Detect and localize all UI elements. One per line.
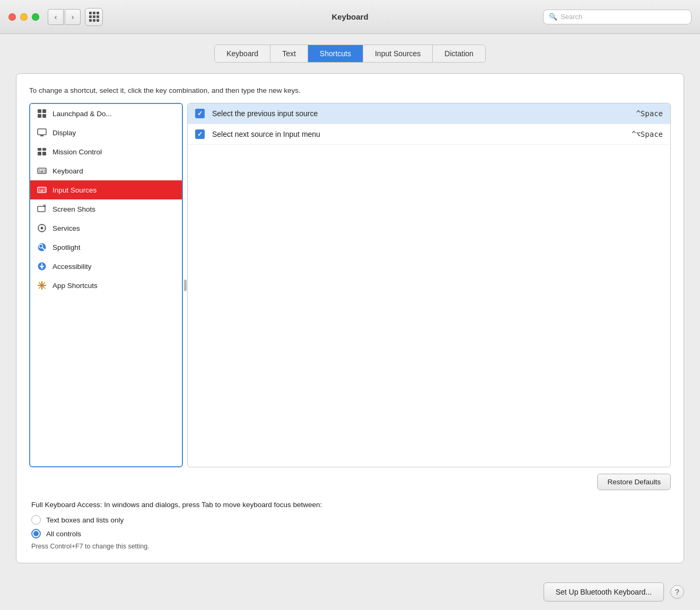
titlebar: ‹ › Keyboard 🔍 Search xyxy=(0,0,700,34)
app-shortcuts-icon xyxy=(37,280,47,291)
shortcut-keys-next-source: ^⌥Space xyxy=(632,130,663,138)
sidebar-scrollbar-thumb xyxy=(184,280,187,291)
nav-buttons: ‹ › xyxy=(48,9,81,25)
bottom-bar: Set Up Bluetooth Keyboard... ? xyxy=(0,574,700,610)
svg-rect-18 xyxy=(38,187,46,193)
svg-rect-13 xyxy=(42,170,43,171)
shortcut-checkbox-next-source[interactable]: ✓ xyxy=(195,129,205,139)
sidebar-scrollbar[interactable] xyxy=(183,103,187,467)
svg-rect-1 xyxy=(42,109,46,113)
svg-rect-17 xyxy=(45,171,46,172)
radio-text-boxes-label: Text boxes and lists only xyxy=(46,516,124,524)
back-icon: ‹ xyxy=(55,13,57,21)
tab-text[interactable]: Text xyxy=(270,45,308,62)
svg-rect-2 xyxy=(38,114,41,118)
sidebar-item-screen-shots-label: Screen Shots xyxy=(52,205,95,213)
svg-rect-11 xyxy=(39,170,40,171)
sidebar-item-spotlight-label: Spotlight xyxy=(52,243,81,251)
sidebar-item-keyboard-label: Keyboard xyxy=(52,167,83,175)
display-icon xyxy=(37,127,47,138)
shortcut-keys-prev-input: ^Space xyxy=(636,109,663,118)
keyboard-icon xyxy=(37,165,47,176)
search-placeholder: Search xyxy=(561,13,582,21)
sidebar-item-screen-shots[interactable]: Screen Shots xyxy=(30,199,182,219)
svg-rect-3 xyxy=(42,114,46,118)
close-button[interactable] xyxy=(8,13,16,21)
radio-text-boxes[interactable]: Text boxes and lists only xyxy=(31,515,669,525)
sidebar-item-display[interactable]: Display xyxy=(30,123,182,142)
restore-area: Restore Defaults xyxy=(29,474,671,490)
tabs: Keyboard Text Shortcuts Input Sources Di… xyxy=(214,45,486,63)
shortcut-checkbox-prev-input[interactable]: ✓ xyxy=(195,109,205,118)
radio-all-controls-label: All controls xyxy=(46,530,81,538)
input-sources-icon xyxy=(37,185,47,195)
svg-rect-5 xyxy=(40,135,43,136)
svg-rect-8 xyxy=(38,152,41,155)
sidebar-item-input-sources[interactable]: Input Sources xyxy=(30,180,182,199)
window-title: Keyboard xyxy=(331,12,368,21)
back-button[interactable]: ‹ xyxy=(48,9,64,25)
tab-input-sources[interactable]: Input Sources xyxy=(363,45,433,62)
radio-dot xyxy=(33,531,39,536)
shortcut-label-prev-input: Select the previous input source xyxy=(212,109,636,118)
spotlight-icon xyxy=(37,242,47,252)
sidebar-item-display-label: Display xyxy=(52,129,76,137)
svg-rect-10 xyxy=(38,168,46,173)
panel: To change a shortcut, select it, click t… xyxy=(16,73,684,563)
grid-button[interactable] xyxy=(85,8,103,26)
sidebar-item-keyboard[interactable]: Keyboard xyxy=(30,161,182,180)
forward-button[interactable]: › xyxy=(65,9,81,25)
svg-rect-14 xyxy=(45,170,46,171)
instruction-text: To change a shortcut, select it, click t… xyxy=(29,86,671,94)
bluetooth-keyboard-button[interactable]: Set Up Bluetooth Keyboard... xyxy=(544,582,664,602)
svg-point-30 xyxy=(41,227,43,230)
sidebar-item-mission-control-label: Mission Control xyxy=(52,148,102,156)
sidebar-item-services[interactable]: Services xyxy=(30,219,182,238)
svg-rect-25 xyxy=(45,190,46,191)
sidebar-list: Launchpad & Do... Display xyxy=(29,103,183,467)
radio-all-controls-circle[interactable] xyxy=(31,529,41,538)
kbd-hint: Press Control+F7 to change this setting. xyxy=(31,543,669,550)
sidebar-item-app-shortcuts[interactable]: App Shortcuts xyxy=(30,276,182,295)
sidebar-container: Launchpad & Do... Display xyxy=(29,103,183,467)
svg-point-39 xyxy=(41,264,43,265)
shortcuts-panel: ✓ Select the previous input source ^Spac… xyxy=(187,103,671,467)
tab-keyboard[interactable]: Keyboard xyxy=(215,45,270,62)
sidebar-item-accessibility[interactable]: Accessibility xyxy=(30,257,182,276)
svg-rect-26 xyxy=(38,206,45,212)
svg-rect-24 xyxy=(40,190,43,191)
sidebar-item-mission-control[interactable]: Mission Control xyxy=(30,142,182,161)
restore-defaults-button[interactable]: Restore Defaults xyxy=(597,474,671,490)
tab-dictation[interactable]: Dictation xyxy=(433,45,485,62)
shortcut-row-prev-input[interactable]: ✓ Select the previous input source ^Spac… xyxy=(188,103,670,124)
minimize-button[interactable] xyxy=(20,13,28,21)
svg-rect-21 xyxy=(42,189,43,190)
sidebar-item-launchpad[interactable]: Launchpad & Do... xyxy=(30,104,182,123)
help-button[interactable]: ? xyxy=(670,585,684,599)
services-icon xyxy=(37,223,47,233)
search-box[interactable]: 🔍 Search xyxy=(543,10,692,24)
checkmark-icon: ✓ xyxy=(197,110,203,117)
radio-text-boxes-circle[interactable] xyxy=(31,515,41,525)
maximize-button[interactable] xyxy=(32,13,39,21)
sidebar-item-app-shortcuts-label: App Shortcuts xyxy=(52,282,98,290)
kbd-access-label: Full Keyboard Access: In windows and dia… xyxy=(31,501,669,509)
svg-rect-20 xyxy=(41,189,42,190)
main-content: Keyboard Text Shortcuts Input Sources Di… xyxy=(0,34,700,574)
sidebar-item-spotlight[interactable]: Spotlight xyxy=(30,238,182,257)
shortcuts-area: Launchpad & Do... Display xyxy=(29,103,671,467)
svg-rect-12 xyxy=(41,170,42,171)
tab-shortcuts[interactable]: Shortcuts xyxy=(308,45,363,62)
shortcut-label-next-source: Select next source in Input menu xyxy=(212,130,632,138)
svg-rect-16 xyxy=(40,171,43,172)
search-icon: 🔍 xyxy=(549,13,557,21)
svg-rect-0 xyxy=(38,109,41,113)
svg-rect-4 xyxy=(38,129,46,135)
svg-rect-23 xyxy=(39,190,40,191)
radio-all-controls[interactable]: All controls xyxy=(31,529,669,538)
shortcut-row-next-source[interactable]: ✓ Select next source in Input menu ^⌥Spa… xyxy=(188,124,670,145)
checkmark-icon-2: ✓ xyxy=(197,130,203,138)
forward-icon: › xyxy=(72,13,74,21)
svg-rect-19 xyxy=(39,189,40,190)
sidebar-item-accessibility-label: Accessibility xyxy=(52,263,92,271)
